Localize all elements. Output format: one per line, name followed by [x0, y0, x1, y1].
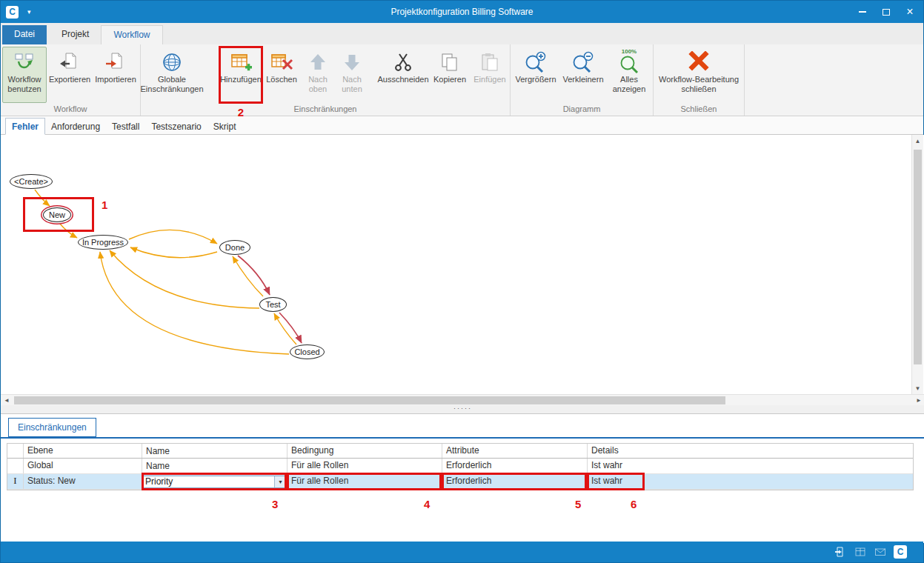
use-workflow-icon — [13, 50, 36, 75]
table-row[interactable]: Global Name Für alle Rollen Erforderlich… — [7, 459, 913, 474]
tab-datei[interactable]: Datei — [2, 25, 47, 44]
button-label: Importieren — [95, 75, 136, 84]
name-combobox[interactable]: Priority ▼ — [142, 476, 287, 488]
node-test[interactable]: Test — [259, 297, 287, 312]
tab-einschraenkungen[interactable]: Einschränkungen — [8, 418, 96, 437]
column-header-name[interactable]: Name — [142, 444, 287, 458]
export-icon — [59, 50, 81, 75]
import-status-icon[interactable] — [834, 545, 847, 559]
table-status-icon[interactable] — [854, 545, 867, 559]
constraints-panel: Einschränkungen Ebene Name Bedingung Att… — [1, 413, 924, 543]
cell-bedingung[interactable]: Für alle Rollen — [287, 459, 442, 473]
maximize-icon — [883, 9, 890, 16]
ribbon: Workflow benutzen Exportieren Importiere… — [1, 44, 923, 116]
annotation-number-2: 2 — [238, 106, 244, 119]
group-label-schliessen: Schließen — [655, 104, 742, 116]
maximize-button[interactable] — [874, 1, 898, 23]
horizontal-scrollbar[interactable]: ◄ ► — [1, 394, 924, 405]
document-tab-bar: Fehler Anforderung Testfall Testszenario… — [1, 116, 923, 135]
window-title: Projektkonfiguration Billing Software — [1, 7, 923, 17]
globale-einschraenkungen-button[interactable]: Globale Einschränkungen — [142, 47, 202, 103]
cell-attribute[interactable]: Erforderlich — [442, 459, 588, 473]
node-closed[interactable]: Closed — [290, 344, 325, 359]
tab-skript[interactable]: Skript — [207, 119, 242, 134]
button-label: Vergrößern — [515, 75, 556, 84]
button-label: Workflow benutzen — [4, 75, 44, 93]
statusbar: C — [1, 542, 923, 562]
cell-ebene[interactable]: Status: New — [24, 474, 142, 489]
group-label-workflow: Workflow — [2, 104, 139, 116]
workflow-benutzen-button[interactable]: Workflow benutzen — [2, 47, 47, 103]
combobox-dropdown-icon[interactable]: ▼ — [274, 476, 286, 487]
down-arrow-icon — [341, 50, 363, 75]
button-label: Kopieren — [433, 75, 466, 84]
scroll-right-icon[interactable]: ► — [913, 395, 924, 406]
importieren-button[interactable]: Importieren — [93, 47, 139, 103]
verkleinern-button[interactable]: Verkleinern — [559, 47, 607, 103]
horizontal-scrollbar-thumb[interactable] — [14, 396, 725, 404]
cell-ebene[interactable]: Global — [24, 459, 142, 473]
column-header-ebene[interactable]: Ebene — [24, 444, 142, 458]
einfuegen-button[interactable]: Einfügen — [471, 47, 508, 103]
ausschneiden-button[interactable]: Ausschneiden — [378, 47, 428, 103]
minimize-button[interactable] — [851, 1, 874, 23]
nach-unten-button[interactable]: Nach unten — [335, 47, 369, 103]
scroll-down-icon[interactable]: ▼ — [912, 382, 923, 394]
workflow-bearbeitung-schliessen-button[interactable]: Workflow-Bearbeitung schließen — [655, 47, 742, 103]
workflow-diagram-canvas[interactable]: <Create> New In Progress Done Test Close… — [1, 135, 924, 394]
node-done[interactable]: Done — [219, 240, 250, 255]
import-icon — [104, 50, 127, 75]
mail-status-icon[interactable] — [874, 545, 887, 559]
row-edit-indicator: I — [7, 474, 24, 489]
column-header-details[interactable]: Details — [588, 444, 913, 458]
cell-name[interactable]: Name — [142, 459, 287, 473]
tab-fehler[interactable]: Fehler — [5, 118, 45, 135]
ribbon-tab-bar: Datei Projekt Workflow — [1, 23, 923, 44]
row-selector[interactable] — [7, 459, 24, 473]
column-header-bedingung[interactable]: Bedingung — [287, 444, 442, 458]
tab-workflow[interactable]: Workflow — [101, 25, 162, 44]
tab-anforderung[interactable]: Anforderung — [45, 119, 106, 134]
cell-name[interactable]: Priority ▼ — [142, 474, 287, 489]
nach-oben-button[interactable]: Nach oben — [301, 47, 335, 103]
zoom-percent-badge: 100% — [622, 48, 637, 55]
button-label: Löschen — [266, 75, 297, 84]
titlebar: C ▾ Projektkonfiguration Billing Softwar… — [1, 1, 923, 23]
close-button[interactable]: × — [898, 1, 922, 23]
exportieren-button[interactable]: Exportieren — [47, 47, 93, 103]
close-workflow-icon — [686, 50, 711, 75]
hinzufuegen-button[interactable]: 2 Hinzufügen — [219, 47, 262, 103]
loeschen-button[interactable]: Löschen — [262, 47, 301, 103]
table-row-selected[interactable]: I Status: New Priority ▼ Für alle Rollen… — [7, 474, 913, 490]
node-create[interactable]: <Create> — [10, 174, 53, 189]
app-logo-icon-small[interactable]: C — [894, 545, 907, 559]
scroll-left-icon[interactable]: ◄ — [1, 395, 13, 406]
cell-details[interactable]: Ist wahr — [588, 474, 913, 489]
panel-splitter[interactable]: ····· — [1, 405, 924, 413]
scroll-up-icon[interactable]: ▲ — [912, 135, 923, 147]
button-label: Einfügen — [473, 75, 505, 84]
tab-underline — [1, 437, 924, 439]
node-in-progress[interactable]: In Progress — [78, 235, 128, 250]
cell-attribute[interactable]: Erforderlich — [442, 474, 588, 489]
zoom-fit-icon: 100% — [616, 50, 642, 75]
cell-bedingung[interactable]: Für alle Rollen — [287, 474, 442, 489]
vertical-scrollbar[interactable]: ▲ ▼ — [911, 135, 923, 394]
column-header-attribute[interactable]: Attribute — [442, 444, 588, 458]
vertical-scrollbar-thumb[interactable] — [914, 150, 922, 364]
vergroessern-button[interactable]: Vergrößern — [512, 47, 559, 103]
alles-anzeigen-button[interactable]: 100% Alles anzeigen — [607, 47, 651, 103]
tab-projekt[interactable]: Projekt — [50, 25, 101, 44]
tab-testfall[interactable]: Testfall — [106, 119, 145, 134]
table-header-row: Ebene Name Bedingung Attribute Details — [7, 444, 913, 459]
workflow-edges — [1, 135, 924, 394]
tab-testszenario[interactable]: Testszenario — [145, 119, 207, 134]
button-label: Alles anzeigen — [609, 75, 649, 93]
node-new[interactable]: New — [43, 207, 71, 222]
add-table-icon — [230, 50, 252, 75]
up-arrow-icon — [307, 50, 329, 75]
annotation-number-4: 4 — [424, 498, 430, 510]
cell-details[interactable]: Ist wahr — [588, 459, 913, 473]
kopieren-button[interactable]: Kopieren — [428, 47, 471, 103]
annotation-number-3: 3 — [272, 498, 278, 510]
